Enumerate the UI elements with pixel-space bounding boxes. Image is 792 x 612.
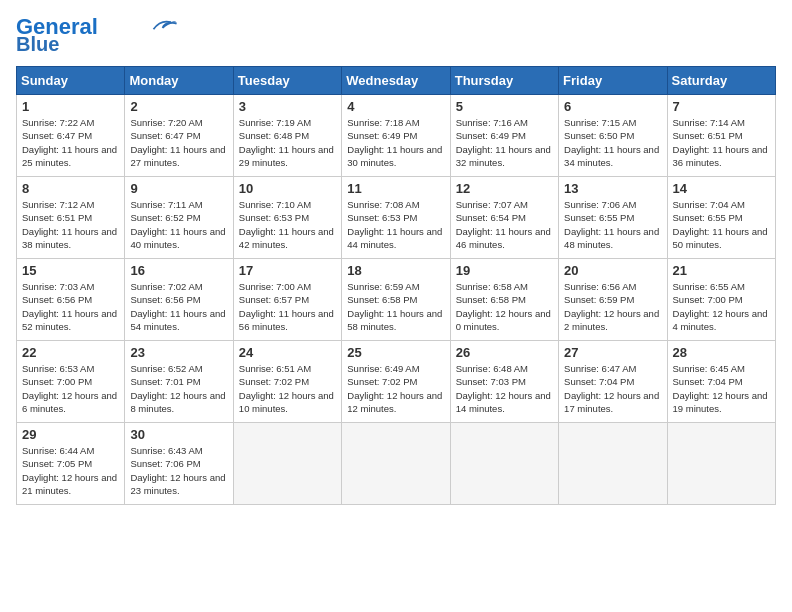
- day-info: Sunrise: 6:53 AM Sunset: 7:00 PM Dayligh…: [22, 362, 119, 415]
- day-number: 2: [130, 99, 227, 114]
- calendar-cell: 5Sunrise: 7:16 AM Sunset: 6:49 PM Daylig…: [450, 95, 558, 177]
- calendar-cell: 6Sunrise: 7:15 AM Sunset: 6:50 PM Daylig…: [559, 95, 667, 177]
- day-number: 20: [564, 263, 661, 278]
- day-number: 22: [22, 345, 119, 360]
- calendar-cell: 30Sunrise: 6:43 AM Sunset: 7:06 PM Dayli…: [125, 423, 233, 505]
- day-number: 17: [239, 263, 336, 278]
- day-number: 4: [347, 99, 444, 114]
- day-number: 27: [564, 345, 661, 360]
- day-number: 7: [673, 99, 770, 114]
- calendar-cell: [342, 423, 450, 505]
- day-info: Sunrise: 7:16 AM Sunset: 6:49 PM Dayligh…: [456, 116, 553, 169]
- calendar-cell: 12Sunrise: 7:07 AM Sunset: 6:54 PM Dayli…: [450, 177, 558, 259]
- day-number: 11: [347, 181, 444, 196]
- day-number: 24: [239, 345, 336, 360]
- calendar-cell: [233, 423, 341, 505]
- day-number: 30: [130, 427, 227, 442]
- logo-bird-icon: [150, 16, 178, 34]
- weekday-monday: Monday: [125, 67, 233, 95]
- day-number: 28: [673, 345, 770, 360]
- calendar-cell: 19Sunrise: 6:58 AM Sunset: 6:58 PM Dayli…: [450, 259, 558, 341]
- day-number: 14: [673, 181, 770, 196]
- day-info: Sunrise: 7:10 AM Sunset: 6:53 PM Dayligh…: [239, 198, 336, 251]
- calendar-cell: 3Sunrise: 7:19 AM Sunset: 6:48 PM Daylig…: [233, 95, 341, 177]
- calendar-cell: 27Sunrise: 6:47 AM Sunset: 7:04 PM Dayli…: [559, 341, 667, 423]
- day-info: Sunrise: 6:45 AM Sunset: 7:04 PM Dayligh…: [673, 362, 770, 415]
- calendar-cell: 18Sunrise: 6:59 AM Sunset: 6:58 PM Dayli…: [342, 259, 450, 341]
- weekday-tuesday: Tuesday: [233, 67, 341, 95]
- weekday-header-row: SundayMondayTuesdayWednesdayThursdayFrid…: [17, 67, 776, 95]
- weekday-thursday: Thursday: [450, 67, 558, 95]
- day-number: 18: [347, 263, 444, 278]
- calendar-cell: [450, 423, 558, 505]
- day-info: Sunrise: 7:11 AM Sunset: 6:52 PM Dayligh…: [130, 198, 227, 251]
- day-number: 29: [22, 427, 119, 442]
- calendar-cell: 22Sunrise: 6:53 AM Sunset: 7:00 PM Dayli…: [17, 341, 125, 423]
- day-number: 21: [673, 263, 770, 278]
- day-info: Sunrise: 7:00 AM Sunset: 6:57 PM Dayligh…: [239, 280, 336, 333]
- calendar-cell: 21Sunrise: 6:55 AM Sunset: 7:00 PM Dayli…: [667, 259, 775, 341]
- calendar-week-3: 22Sunrise: 6:53 AM Sunset: 7:00 PM Dayli…: [17, 341, 776, 423]
- day-number: 16: [130, 263, 227, 278]
- day-info: Sunrise: 6:58 AM Sunset: 6:58 PM Dayligh…: [456, 280, 553, 333]
- day-number: 25: [347, 345, 444, 360]
- day-info: Sunrise: 7:20 AM Sunset: 6:47 PM Dayligh…: [130, 116, 227, 169]
- weekday-sunday: Sunday: [17, 67, 125, 95]
- calendar-week-4: 29Sunrise: 6:44 AM Sunset: 7:05 PM Dayli…: [17, 423, 776, 505]
- calendar-cell: 9Sunrise: 7:11 AM Sunset: 6:52 PM Daylig…: [125, 177, 233, 259]
- day-number: 8: [22, 181, 119, 196]
- calendar-cell: 8Sunrise: 7:12 AM Sunset: 6:51 PM Daylig…: [17, 177, 125, 259]
- calendar-cell: 13Sunrise: 7:06 AM Sunset: 6:55 PM Dayli…: [559, 177, 667, 259]
- calendar-cell: 4Sunrise: 7:18 AM Sunset: 6:49 PM Daylig…: [342, 95, 450, 177]
- calendar-cell: 25Sunrise: 6:49 AM Sunset: 7:02 PM Dayli…: [342, 341, 450, 423]
- day-number: 9: [130, 181, 227, 196]
- calendar-week-1: 8Sunrise: 7:12 AM Sunset: 6:51 PM Daylig…: [17, 177, 776, 259]
- calendar-body: 1Sunrise: 7:22 AM Sunset: 6:47 PM Daylig…: [17, 95, 776, 505]
- calendar-cell: 29Sunrise: 6:44 AM Sunset: 7:05 PM Dayli…: [17, 423, 125, 505]
- calendar-cell: [559, 423, 667, 505]
- day-info: Sunrise: 7:19 AM Sunset: 6:48 PM Dayligh…: [239, 116, 336, 169]
- day-info: Sunrise: 7:03 AM Sunset: 6:56 PM Dayligh…: [22, 280, 119, 333]
- page-header: General Blue: [16, 16, 776, 54]
- calendar-table: SundayMondayTuesdayWednesdayThursdayFrid…: [16, 66, 776, 505]
- calendar-cell: 23Sunrise: 6:52 AM Sunset: 7:01 PM Dayli…: [125, 341, 233, 423]
- calendar-cell: 1Sunrise: 7:22 AM Sunset: 6:47 PM Daylig…: [17, 95, 125, 177]
- day-info: Sunrise: 6:44 AM Sunset: 7:05 PM Dayligh…: [22, 444, 119, 497]
- day-info: Sunrise: 7:08 AM Sunset: 6:53 PM Dayligh…: [347, 198, 444, 251]
- day-info: Sunrise: 6:47 AM Sunset: 7:04 PM Dayligh…: [564, 362, 661, 415]
- calendar-cell: 14Sunrise: 7:04 AM Sunset: 6:55 PM Dayli…: [667, 177, 775, 259]
- calendar-cell: 28Sunrise: 6:45 AM Sunset: 7:04 PM Dayli…: [667, 341, 775, 423]
- day-number: 13: [564, 181, 661, 196]
- calendar-cell: 11Sunrise: 7:08 AM Sunset: 6:53 PM Dayli…: [342, 177, 450, 259]
- day-info: Sunrise: 6:43 AM Sunset: 7:06 PM Dayligh…: [130, 444, 227, 497]
- day-number: 6: [564, 99, 661, 114]
- calendar-cell: 10Sunrise: 7:10 AM Sunset: 6:53 PM Dayli…: [233, 177, 341, 259]
- day-number: 10: [239, 181, 336, 196]
- day-info: Sunrise: 7:07 AM Sunset: 6:54 PM Dayligh…: [456, 198, 553, 251]
- day-info: Sunrise: 7:04 AM Sunset: 6:55 PM Dayligh…: [673, 198, 770, 251]
- day-info: Sunrise: 6:52 AM Sunset: 7:01 PM Dayligh…: [130, 362, 227, 415]
- day-info: Sunrise: 6:56 AM Sunset: 6:59 PM Dayligh…: [564, 280, 661, 333]
- calendar-cell: 2Sunrise: 7:20 AM Sunset: 6:47 PM Daylig…: [125, 95, 233, 177]
- day-number: 19: [456, 263, 553, 278]
- calendar-cell: 15Sunrise: 7:03 AM Sunset: 6:56 PM Dayli…: [17, 259, 125, 341]
- calendar-cell: 24Sunrise: 6:51 AM Sunset: 7:02 PM Dayli…: [233, 341, 341, 423]
- day-number: 26: [456, 345, 553, 360]
- day-number: 5: [456, 99, 553, 114]
- calendar-cell: [667, 423, 775, 505]
- logo-blue-text: Blue: [16, 34, 59, 54]
- day-number: 3: [239, 99, 336, 114]
- day-number: 1: [22, 99, 119, 114]
- day-info: Sunrise: 7:18 AM Sunset: 6:49 PM Dayligh…: [347, 116, 444, 169]
- day-info: Sunrise: 6:48 AM Sunset: 7:03 PM Dayligh…: [456, 362, 553, 415]
- day-number: 23: [130, 345, 227, 360]
- day-info: Sunrise: 7:12 AM Sunset: 6:51 PM Dayligh…: [22, 198, 119, 251]
- calendar-cell: 26Sunrise: 6:48 AM Sunset: 7:03 PM Dayli…: [450, 341, 558, 423]
- calendar-week-2: 15Sunrise: 7:03 AM Sunset: 6:56 PM Dayli…: [17, 259, 776, 341]
- day-info: Sunrise: 6:51 AM Sunset: 7:02 PM Dayligh…: [239, 362, 336, 415]
- day-info: Sunrise: 7:02 AM Sunset: 6:56 PM Dayligh…: [130, 280, 227, 333]
- day-info: Sunrise: 7:22 AM Sunset: 6:47 PM Dayligh…: [22, 116, 119, 169]
- weekday-friday: Friday: [559, 67, 667, 95]
- weekday-saturday: Saturday: [667, 67, 775, 95]
- calendar-week-0: 1Sunrise: 7:22 AM Sunset: 6:47 PM Daylig…: [17, 95, 776, 177]
